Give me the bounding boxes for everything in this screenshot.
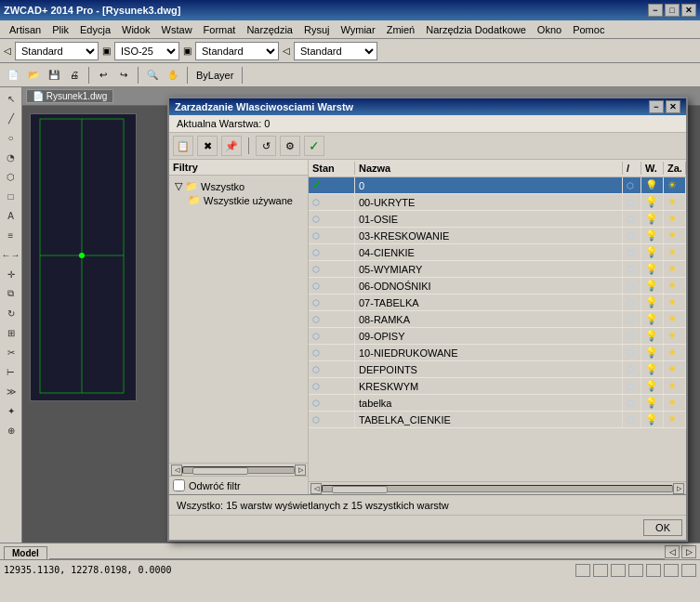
new-layer-btn[interactable]: 📋 [173,136,193,156]
layer-w-11: 💡 [641,361,664,377]
undo-btn[interactable]: ↩ [94,66,112,85]
iso-combo[interactable]: ISO-25 [114,42,179,60]
maximize-button[interactable]: □ [665,4,680,17]
filter-scroll-track[interactable] [182,466,295,474]
layer-row-5[interactable]: ⬡ 05-WYMIARY ⬡ 💡 ☀ [309,261,686,278]
filter-scrollbar[interactable]: ◁ ▷ [169,463,308,476]
layer-name-9: 09-OPISY [355,328,623,344]
menu-pomoc[interactable]: Pomoc [567,22,610,37]
ok-check-btn[interactable]: ✓ [304,136,324,156]
menu-plik[interactable]: Plik [46,22,74,37]
set-current-btn[interactable]: 📌 [221,136,242,156]
tab-scroll-right[interactable]: ▷ [681,545,696,558]
open-btn[interactable]: 📂 [24,66,43,85]
standard-combo2[interactable]: Standard [195,42,279,60]
snap-btn[interactable] [593,564,608,577]
scroll-left-btn[interactable]: ◁ [171,465,182,476]
tool-trim[interactable]: ✂ [2,343,20,361]
standard-combo[interactable]: Standard [15,42,99,60]
polar-btn[interactable] [628,564,643,577]
layer-row-10[interactable]: ⬡ 10-NIEDRUKOWANE ⬡ 💡 ☀ [309,345,686,361]
layer-row-4[interactable]: ⬡ 04-CIENKIE ⬡ 💡 ☀ [309,244,686,261]
otrack-btn[interactable] [646,564,661,577]
pan-btn[interactable]: ✋ [164,66,182,85]
tool-rect[interactable]: □ [2,187,20,205]
tool-explode[interactable]: ✦ [2,401,20,420]
tool-copy[interactable]: ⧉ [2,284,20,303]
menu-artisan[interactable]: Artisan [4,22,46,37]
file-tab[interactable]: 📄 Rysunek1.dwg [26,89,113,103]
layer-row-8[interactable]: ⬡ 08-RAMKA ⬡ 💡 ☀ [309,311,686,328]
list-scroll-left[interactable]: ◁ [310,483,322,494]
minimize-button[interactable]: − [648,4,663,17]
layer-row-13[interactable]: ⬡ tabelka ⬡ 💡 ☀ [309,395,686,412]
refresh-btn[interactable]: ↺ [256,136,276,156]
filter-scroll-thumb[interactable] [192,467,248,475]
tool-hatch[interactable]: ≡ [2,226,20,244]
delete-layer-btn[interactable]: ✖ [197,136,218,156]
ortho-btn[interactable] [611,564,626,577]
lineweight-btn[interactable] [664,564,679,577]
tool-select[interactable]: ↖ [2,89,20,108]
menu-okno[interactable]: Okno [532,22,567,37]
standard-combo3[interactable]: Standard [294,42,377,60]
zoom-btn[interactable]: 🔍 [143,66,162,85]
layer-w-6: 💡 [641,278,664,294]
toolbar-icon3: ▣ [183,46,192,56]
grid-btn[interactable] [575,564,590,577]
menu-narzedzia[interactable]: Narzędzia [241,22,298,37]
tool-line[interactable]: ╱ [2,109,20,127]
layer-row-9[interactable]: ⬡ 09-OPISY ⬡ 💡 ☀ [309,328,686,345]
tool-arc[interactable]: ◔ [2,148,20,166]
lock-icon-13: ⬡ [627,399,634,408]
scroll-right-btn[interactable]: ▷ [295,465,306,476]
tool-dim[interactable]: ←→ [2,245,20,264]
tool-offset[interactable]: ≫ [2,382,20,400]
layer-row-3[interactable]: ⬡ 03-KRESKOWANIE ⬡ 💡 ☀ [309,228,686,244]
layer-row-2[interactable]: ⬡ 01-OSIE ⬡ 💡 ☀ [309,211,686,228]
menu-zmien[interactable]: Zmień [381,22,421,37]
tool-move[interactable]: ✛ [2,265,20,283]
dialog-min-btn[interactable]: − [649,100,664,113]
close-button[interactable]: ✕ [681,4,696,17]
menu-format[interactable]: Format [198,22,242,37]
tool-text[interactable]: A [2,206,20,225]
list-scroll-right[interactable]: ▷ [673,483,684,494]
menu-wstaw[interactable]: Wstaw [156,22,198,37]
menu-wymiar[interactable]: Wymiar [335,22,380,37]
menu-narz-dodatkowe[interactable]: Narzędzia Dodatkowe [420,22,532,37]
redo-btn[interactable]: ↪ [114,66,133,85]
layer-row-11[interactable]: ⬡ DEFPOINTS ⬡ 💡 ☀ [309,361,686,378]
ok-button[interactable]: OK [643,519,682,536]
menu-rysuj[interactable]: Rysuj [298,22,336,37]
list-scroll-thumb[interactable] [332,486,388,493]
settings-btn[interactable]: ⚙ [280,136,300,156]
tree-all[interactable]: ▽ 📁 Wszystko [173,179,304,193]
list-scroll-track[interactable] [322,485,673,492]
tool-circle[interactable]: ○ [2,128,20,147]
invert-filter-checkbox[interactable] [173,479,185,491]
layer-row-6[interactable]: ⬡ 06-ODNOŚNIKI ⬡ 💡 ☀ [309,278,686,294]
print-btn[interactable]: 🖨 [65,66,84,85]
tool-polyline[interactable]: ⬡ [2,167,20,186]
tool-extend[interactable]: ⊢ [2,362,20,381]
model-tab[interactable]: Model [4,546,47,559]
tab-scroll-left[interactable]: ◁ [665,545,680,558]
model-btn[interactable] [681,564,696,577]
tool-mirror[interactable]: ⊞ [2,323,20,342]
layer-row-14[interactable]: ⬡ TABELKA_CIENKIE ⬡ 💡 ☀ [309,412,686,428]
tool-snap[interactable]: ⊕ [2,421,20,439]
list-scrollbar[interactable]: ◁ ▷ [309,481,686,494]
new-btn[interactable]: 📄 [4,66,22,85]
save-btn[interactable]: 💾 [45,66,63,85]
layer-row-12[interactable]: ⬡ KRESKWYM ⬡ 💡 ☀ [309,378,686,395]
layer-row-0[interactable]: ✓ 0 ⬡ 💡 ☀ [309,177,686,194]
dialog-close-btn[interactable]: ✕ [666,100,680,113]
tool-rotate[interactable]: ↻ [2,304,20,322]
menu-widok[interactable]: Widok [116,22,156,37]
layer-shape-9: ⬡ [312,332,320,341]
layer-row-1[interactable]: ⬡ 00-UKRYTE ⬡ 💡 ☀ [309,194,686,211]
menu-edycja[interactable]: Edycja [74,22,116,37]
tree-used[interactable]: 📁 Wszystkie używane [173,193,304,207]
layer-row-7[interactable]: ⬡ 07-TABELKA ⬡ 💡 ☀ [309,294,686,311]
